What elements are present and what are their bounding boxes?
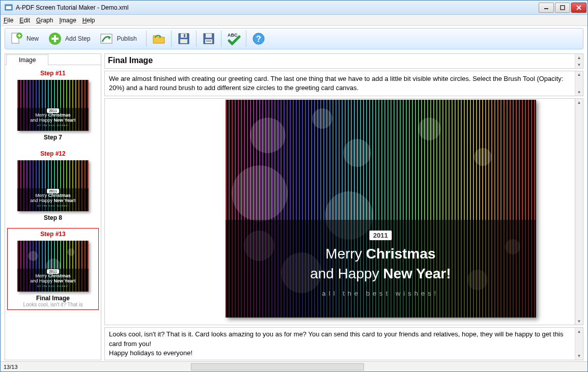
new-label: New <box>26 35 39 42</box>
svg-rect-24 <box>206 41 211 42</box>
titlebar: A-PDF Screen Tutorial Maker - Demo.xml <box>1 1 587 15</box>
menu-image[interactable]: Image <box>59 17 76 24</box>
toolbar: New Add Step Publish <box>5 28 583 49</box>
help-button[interactable]: ? <box>248 30 269 48</box>
folder-open-icon <box>152 32 166 46</box>
description-text: We are almost finished with creating our… <box>109 74 572 93</box>
card-line2: and Happy New Year! <box>226 266 536 282</box>
step-subtitle: Looks cool, isn't it? That is <box>10 302 96 307</box>
menu-help[interactable]: Help <box>82 17 95 24</box>
toolbar-separator <box>196 31 197 47</box>
spellcheck-icon: ABC <box>226 32 241 46</box>
svg-rect-13 <box>101 34 112 43</box>
step-thumbnail: 2011 Merry Christmas and Happy New Year!… <box>17 80 89 131</box>
statusbar: 13/13 <box>1 361 587 371</box>
step-label: Final Image <box>10 295 96 302</box>
help-icon: ? <box>251 32 266 46</box>
step-thumbnail: 2011 Merry Christmas and Happy New Year!… <box>17 160 89 211</box>
publish-label: Publish <box>117 35 136 42</box>
add-step-label: Add Step <box>65 35 90 42</box>
toolbar-container: New Add Step Publish <box>1 26 587 51</box>
add-step-button[interactable]: Add Step <box>46 30 97 48</box>
app-icon <box>5 4 13 12</box>
card-year: 2011 <box>369 231 392 240</box>
publish-icon <box>99 32 114 46</box>
svg-rect-19 <box>180 39 187 43</box>
save-icon <box>177 32 191 46</box>
save-as-button[interactable] <box>199 30 219 48</box>
menubar: File Edit Graph Image Help <box>1 15 587 26</box>
sidebar-content[interactable]: Step #11 2011 Merry Christmas and Happy … <box>5 65 101 360</box>
svg-rect-21 <box>206 34 212 38</box>
open-button[interactable] <box>149 30 169 48</box>
toolbar-separator <box>221 31 221 47</box>
main-image-area: 2011 Merry Christmas and Happy New Year!… <box>104 98 575 325</box>
maximize-button[interactable] <box>555 3 570 13</box>
horizontal-scrollbar[interactable] <box>191 363 364 370</box>
image-scrollbar[interactable]: ▲▼ <box>575 98 583 325</box>
desc-scrollbar[interactable]: ▲▼ <box>575 71 583 96</box>
new-icon <box>9 32 23 46</box>
step-number: Step #12 <box>10 150 96 157</box>
greeting-card-image: 2011 Merry Christmas and Happy New Year!… <box>226 100 536 318</box>
window-title: A-PDF Screen Tutorial Maker - Demo.xml <box>16 4 539 11</box>
window-controls <box>539 3 586 13</box>
step-item-selected[interactable]: Step #13 2011 Merry Christmas and Happy … <box>7 228 99 310</box>
step-label: Step 8 <box>10 214 96 221</box>
sidebar: Image Step #11 2011 Merry Christmas and … <box>5 53 101 360</box>
card-wishes: all the best wishes! <box>226 290 536 297</box>
page-title: Final Image <box>105 54 575 68</box>
svg-rect-3 <box>561 6 565 10</box>
main-image-row: 2011 Merry Christmas and Happy New Year!… <box>104 98 583 325</box>
step-thumbnail: 2011 Merry Christmas and Happy New Year!… <box>17 241 89 292</box>
main-title-row: Final Image ▲▼ <box>104 53 583 69</box>
card-line1: Merry Christmas <box>226 246 536 262</box>
save-as-icon <box>202 32 216 46</box>
menu-graph[interactable]: Graph <box>36 17 53 24</box>
title-scrollbar[interactable]: ▲▼ <box>575 54 583 68</box>
step-item[interactable]: Step #11 2011 Merry Christmas and Happy … <box>7 67 99 144</box>
footer-box: Looks cool, isn't it? That is it. Card l… <box>104 327 583 360</box>
minimize-button[interactable] <box>539 3 554 13</box>
footer-scrollbar[interactable]: ▲▼ <box>575 328 583 360</box>
description-box: We are almost finished with creating our… <box>104 71 583 96</box>
sidebar-tabs: Image <box>5 54 101 65</box>
new-button[interactable]: New <box>7 30 46 48</box>
save-button[interactable] <box>174 30 194 48</box>
toolbar-separator <box>246 31 246 47</box>
svg-rect-18 <box>184 34 185 37</box>
main-panel: Final Image ▲▼ We are almost finished wi… <box>104 53 583 360</box>
menu-edit[interactable]: Edit <box>19 17 30 24</box>
step-label: Step 7 <box>10 134 96 141</box>
svg-text:ABC: ABC <box>228 33 238 38</box>
add-step-icon <box>48 32 62 46</box>
menu-file[interactable]: File <box>4 17 13 24</box>
step-item[interactable]: Step #12 2011 Merry Christmas and Happy … <box>7 148 99 224</box>
work-area: Image Step #11 2011 Merry Christmas and … <box>1 51 587 361</box>
step-number: Step #13 <box>10 231 96 238</box>
footer-text: Looks cool, isn't it? That is it. Card l… <box>109 330 572 358</box>
spellcheck-button[interactable]: ABC <box>223 30 244 48</box>
svg-rect-23 <box>206 40 211 41</box>
svg-text:?: ? <box>256 35 261 43</box>
status-counter: 13/13 <box>4 364 18 370</box>
toolbar-separator <box>171 31 172 47</box>
app-window: A-PDF Screen Tutorial Maker - Demo.xml F… <box>0 0 588 372</box>
tab-image[interactable]: Image <box>6 54 48 65</box>
step-number: Step #11 <box>10 70 96 77</box>
close-button[interactable] <box>571 3 586 13</box>
toolbar-separator <box>146 31 147 47</box>
svg-rect-1 <box>6 6 11 9</box>
publish-button[interactable]: Publish <box>97 30 144 48</box>
